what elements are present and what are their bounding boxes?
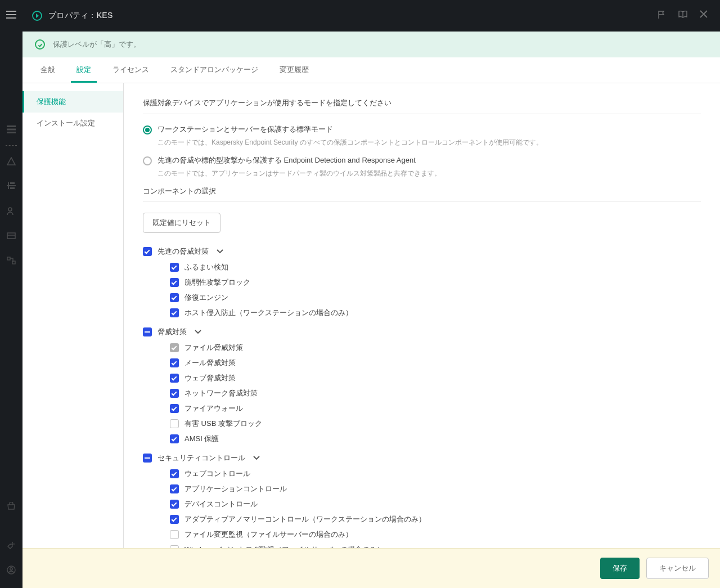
mode-desc-0: このモードでは、Kaspersky Endpoint Security のすべて… [158, 138, 701, 147]
item-checkbox-0-2[interactable] [170, 293, 179, 302]
tab-bar: 全般設定ライセンススタンドアロンパッケージ変更履歴 [22, 57, 720, 83]
group-checkbox-1[interactable] [143, 327, 152, 336]
mode-desc-1: このモードでは、アプリケーションはサードパーティ製のウイルス対策製品と共存できま… [158, 169, 701, 178]
chevron-down-icon[interactable] [195, 330, 201, 334]
item-label-2-4: ファイル変更監視（ファイルサーバーの場合のみ） [184, 529, 353, 540]
item-checkbox-2-0[interactable] [170, 469, 179, 478]
settings-sidebar: 保護機能インストール設定 [22, 83, 124, 548]
svg-rect-3 [7, 185, 16, 186]
item-label-1-1: メール脅威対策 [184, 358, 236, 368]
item-checkbox-1-0 [170, 343, 179, 352]
svg-rect-10 [7, 257, 10, 260]
group-title-2: セキュリティコントロール [158, 453, 245, 463]
rail-divider [6, 145, 17, 146]
item-label-0-2: 修復エンジン [184, 293, 228, 303]
mode-heading: 保護対象デバイスでアプリケーションが使用するモードを指定してください [143, 98, 701, 114]
app-logo-icon [32, 10, 43, 21]
rail-item-network-icon[interactable] [4, 254, 18, 267]
svg-rect-7 [10, 187, 15, 189]
svg-rect-2 [7, 132, 16, 133]
tab-1[interactable]: 設定 [71, 57, 97, 83]
item-label-0-3: ホスト侵入防止（ワークステーションの場合のみ） [184, 308, 353, 318]
nav-rail [0, 0, 22, 588]
group-title-0: 先進の脅威対策 [158, 246, 209, 257]
chevron-down-icon[interactable] [253, 456, 260, 460]
item-label-2-1: アプリケーションコントロール [184, 484, 287, 494]
svg-rect-4 [8, 182, 9, 185]
check-circle-icon [35, 39, 45, 50]
mode-radio-0[interactable] [143, 125, 152, 134]
rail-item-users-icon[interactable] [4, 204, 18, 218]
item-label-1-3: ネットワーク脅威対策 [184, 388, 258, 398]
cancel-button[interactable]: キャンセル [646, 558, 709, 579]
svg-point-8 [8, 208, 12, 211]
item-checkbox-1-4[interactable] [170, 404, 179, 413]
item-checkbox-1-5[interactable] [170, 419, 179, 428]
item-checkbox-0-0[interactable] [170, 263, 179, 272]
rail-item-alert-icon[interactable] [4, 155, 18, 168]
save-button[interactable]: 保存 [600, 558, 640, 579]
sidebar-item-1[interactable]: インストール設定 [22, 113, 123, 134]
item-checkbox-2-1[interactable] [170, 484, 179, 493]
item-label-1-0: ファイル脅威対策 [184, 343, 243, 353]
rail-item-package-icon[interactable] [4, 229, 18, 243]
item-checkbox-1-1[interactable] [170, 358, 179, 367]
svg-rect-9 [7, 233, 15, 239]
svg-rect-1 [7, 129, 16, 131]
svg-rect-6 [10, 182, 15, 184]
rail-item-tools-icon[interactable] [4, 538, 18, 552]
svg-rect-0 [7, 125, 16, 127]
tab-4[interactable]: 変更履歴 [274, 57, 314, 83]
item-checkbox-1-2[interactable] [170, 374, 179, 383]
item-checkbox-1-6[interactable] [170, 434, 179, 443]
item-checkbox-2-5[interactable] [170, 545, 179, 548]
close-icon[interactable] [700, 10, 711, 21]
sidebar-item-0[interactable]: 保護機能 [22, 91, 123, 113]
group-checkbox-0[interactable] [143, 247, 152, 256]
mode-radio-1[interactable] [143, 156, 152, 165]
settings-content: 保護対象デバイスでアプリケーションが使用するモードを指定してください ワークステ… [124, 83, 720, 548]
item-checkbox-0-1[interactable] [170, 278, 179, 287]
hamburger-icon[interactable] [4, 8, 18, 21]
item-label-2-3: アダプティブアノマリーコントロール（ワークステーションの場合のみ） [184, 514, 426, 524]
reset-defaults-button[interactable]: 既定値にリセット [143, 213, 220, 233]
book-icon[interactable] [678, 10, 690, 21]
status-banner: 保護レベルが「高」です。 [22, 32, 720, 57]
item-checkbox-2-2[interactable] [170, 500, 179, 509]
chevron-down-icon[interactable] [217, 249, 223, 254]
status-text: 保護レベルが「高」です。 [53, 39, 141, 50]
rail-item-account-icon[interactable] [4, 563, 18, 577]
tab-2[interactable]: ライセンス [107, 57, 155, 83]
item-checkbox-2-4[interactable] [170, 530, 179, 539]
item-label-1-6: AMSI 保護 [184, 434, 219, 444]
group-checkbox-2[interactable] [143, 454, 152, 463]
window-title: プロパティ：KES [48, 11, 113, 21]
svg-point-13 [10, 568, 12, 570]
rail-item-devices-icon[interactable] [4, 179, 18, 193]
item-label-1-4: ファイアウォール [184, 403, 243, 414]
item-label-1-5: 有害 USB 攻撃ブロック [184, 419, 262, 429]
group-title-1: 脅威対策 [158, 327, 187, 337]
tab-3[interactable]: スタンドアロンパッケージ [165, 57, 264, 83]
rail-item-shop-icon[interactable] [4, 499, 18, 513]
flag-icon[interactable] [657, 10, 668, 21]
svg-rect-5 [8, 186, 9, 189]
dialog-footer: 保存 キャンセル [22, 548, 720, 588]
window-header: プロパティ：KES [22, 0, 720, 32]
item-checkbox-2-3[interactable] [170, 515, 179, 524]
mode-label-0: ワークステーションとサーバーを保護する標準モード [158, 124, 333, 134]
components-heading: コンポーネントの選択 [143, 186, 701, 201]
item-label-0-1: 脆弱性攻撃ブロック [184, 277, 250, 288]
item-checkbox-0-3[interactable] [170, 308, 179, 317]
item-label-2-2: デバイスコントロール [184, 499, 258, 509]
item-label-0-0: ふるまい検知 [184, 262, 228, 272]
rail-item-dashboard-icon[interactable] [4, 123, 18, 136]
item-checkbox-1-3[interactable] [170, 389, 179, 398]
item-label-1-2: ウェブ脅威対策 [184, 373, 236, 383]
mode-label-1: 先進の脅威や標的型攻撃から保護する Endpoint Detection and… [158, 155, 416, 165]
tab-0[interactable]: 全般 [35, 57, 61, 83]
item-label-2-0: ウェブコントロール [184, 469, 250, 479]
